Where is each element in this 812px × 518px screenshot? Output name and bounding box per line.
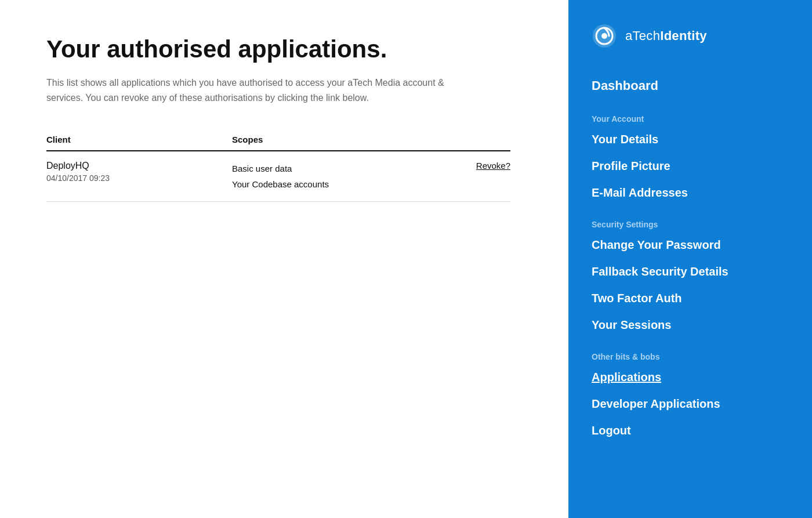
nav-your-sessions[interactable]: Your Sessions	[592, 311, 789, 338]
nav-dashboard[interactable]: Dashboard	[592, 72, 789, 100]
nav-applications[interactable]: Applications	[592, 364, 789, 390]
svg-point-2	[601, 33, 607, 39]
scope-item: Your Codebase accounts	[232, 176, 441, 192]
logo-text-light: aTech	[625, 28, 660, 43]
atech-logo-icon	[592, 23, 617, 49]
scope-item: Basic user data	[232, 161, 441, 176]
scopes-cell: Basic user dataYour Codebase accounts	[232, 151, 441, 202]
client-cell: DeployHQ04/10/2017 09:23	[46, 151, 232, 202]
client-date: 04/10/2017 09:23	[46, 173, 232, 183]
nav-change-password[interactable]: Change Your Password	[592, 231, 789, 258]
nav-fallback-security[interactable]: Fallback Security Details	[592, 258, 789, 285]
sidebar-logo: aTechIdentity	[592, 23, 789, 49]
table-row: DeployHQ04/10/2017 09:23Basic user dataY…	[46, 151, 510, 202]
applications-table: Client Scopes DeployHQ04/10/2017 09:23Ba…	[46, 129, 510, 202]
section-label-other: Other bits & bobs	[592, 352, 789, 361]
main-content: Your authorised applications. This list …	[0, 0, 568, 518]
nav-logout[interactable]: Logout	[592, 417, 789, 444]
nav-your-details[interactable]: Your Details	[592, 126, 789, 153]
nav-two-factor[interactable]: Two Factor Auth	[592, 285, 789, 311]
revoke-button[interactable]: Revoke?	[476, 161, 510, 171]
nav-developer-applications[interactable]: Developer Applications	[592, 390, 789, 417]
col-scopes-header: Scopes	[232, 129, 441, 151]
client-name: DeployHQ	[46, 161, 232, 171]
logo-text: aTechIdentity	[625, 28, 707, 44]
sidebar: aTechIdentity Dashboard Your Account You…	[568, 0, 812, 518]
nav-profile-picture[interactable]: Profile Picture	[592, 153, 789, 179]
section-label-your-account: Your Account	[592, 114, 789, 124]
nav-email-addresses[interactable]: E-Mail Addresses	[592, 179, 789, 206]
page-description: This list shows all applications which y…	[46, 75, 481, 105]
logo-text-bold: Identity	[660, 28, 707, 43]
revoke-cell: Revoke?	[441, 151, 510, 202]
col-client-header: Client	[46, 129, 232, 151]
col-action-header	[441, 129, 510, 151]
page-title: Your authorised applications.	[46, 35, 522, 64]
section-label-security-settings: Security Settings	[592, 220, 789, 229]
